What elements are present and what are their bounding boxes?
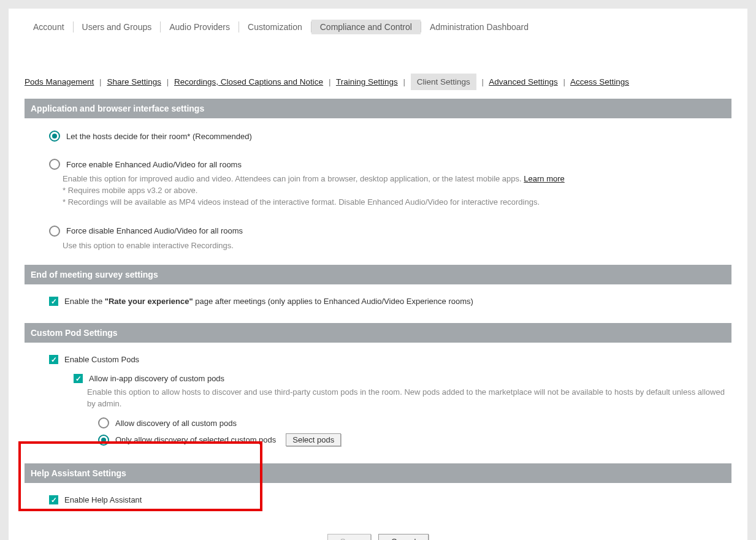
select-pods-button[interactable]: Select pods <box>286 433 341 446</box>
option-allow-discovery: Allow in-app discovery of custom pods <box>74 374 725 383</box>
topnav-customization[interactable]: Customization <box>239 20 311 34</box>
page-container: Account Users and Groups Audio Providers… <box>9 9 747 540</box>
radio-allow-all[interactable] <box>98 417 109 428</box>
option-enable-custom-pods: Enable Custom Pods <box>49 355 725 364</box>
desc-force-enable: Enable this option for improved audio an… <box>63 173 725 208</box>
survey-suffix: page after meetings (only applies to Enh… <box>195 297 473 306</box>
top-nav: Account Users and Groups Audio Providers… <box>25 15 731 43</box>
survey-bold: "Rate your experience" <box>105 297 193 306</box>
label-allow-all: Allow discovery of all custom pods <box>115 419 237 428</box>
desc-force-enable-line1: Enable this option for improved audio an… <box>63 174 524 183</box>
desc-force-enable-line3: * Recordings will be available as MP4 vi… <box>63 197 540 207</box>
label-enable-custom-pods: Enable Custom Pods <box>64 355 139 364</box>
label-allow-discovery: Allow in-app discovery of custom pods <box>89 374 224 383</box>
checkbox-enable-survey[interactable] <box>49 297 58 306</box>
option-enable-help: Enable Help Assistant <box>49 495 725 504</box>
sub-nav: Pods Management | Share Settings | Recor… <box>25 74 731 90</box>
desc-force-disable: Use this option to enable interactive Re… <box>63 240 725 252</box>
subnav-advanced-settings[interactable]: Advanced Settings <box>489 77 558 86</box>
option-only-selected: Only allow discovery of selected custom … <box>98 433 725 446</box>
option-force-disable: Force disable Enhanced Audio/Video for a… <box>49 226 725 237</box>
topnav-admin-dashboard[interactable]: Administration Dashboard <box>421 20 537 34</box>
section-body-app-browser: Let the hosts decide for their room* (Re… <box>25 118 731 261</box>
section-body-survey: Enable the "Rate your experience" page a… <box>25 284 731 319</box>
option-enable-survey: Enable the "Rate your experience" page a… <box>49 297 725 306</box>
subnav-access-settings[interactable]: Access Settings <box>570 77 629 86</box>
label-only-selected: Only allow discovery of selected custom … <box>115 435 276 444</box>
cancel-button[interactable]: Cancel <box>378 534 429 540</box>
section-header-help: Help Assistant Settings <box>25 463 731 483</box>
topnav-account[interactable]: Account <box>25 20 73 34</box>
button-row: Save Cancel <box>25 534 731 540</box>
option-force-enable: Force enable Enhanced Audio/Video for al… <box>49 159 725 170</box>
subnav-divider: | <box>563 77 565 86</box>
option-host-decide: Let the hosts decide for their room* (Re… <box>49 131 725 142</box>
radio-host-decide[interactable] <box>49 131 60 142</box>
checkbox-enable-custom-pods[interactable] <box>49 355 58 364</box>
radio-only-selected[interactable] <box>98 435 109 446</box>
subnav-divider: | <box>99 77 102 86</box>
subnav-divider: | <box>167 77 169 86</box>
subnav-client-settings[interactable]: Client Settings <box>411 74 476 90</box>
label-host-decide: Let the hosts decide for their room* (Re… <box>66 132 252 141</box>
option-allow-all: Allow discovery of all custom pods <box>98 417 725 428</box>
radio-force-enable[interactable] <box>49 159 60 170</box>
label-force-enable: Force enable Enhanced Audio/Video for al… <box>66 160 242 169</box>
topnav-audio-providers[interactable]: Audio Providers <box>161 20 239 34</box>
subnav-divider: | <box>403 77 406 86</box>
survey-prefix: Enable the <box>64 297 105 306</box>
section-header-app-browser: Application and browser interface settin… <box>25 99 731 118</box>
subnav-divider: | <box>329 77 331 86</box>
label-enable-help: Enable Help Assistant <box>64 495 142 504</box>
section-body-help: Enable Help Assistant <box>25 483 731 518</box>
subnav-share-settings[interactable]: Share Settings <box>107 77 161 86</box>
section-body-custom-pod: Enable Custom Pods Allow in-app discover… <box>25 343 731 460</box>
learn-more-link[interactable]: Learn more <box>524 174 564 183</box>
topnav-users-groups[interactable]: Users and Groups <box>74 20 161 34</box>
label-enable-survey: Enable the "Rate your experience" page a… <box>64 297 473 306</box>
desc-force-enable-line2: * Requires mobile apps v3.2 or above. <box>63 186 197 195</box>
radio-force-disable[interactable] <box>49 226 60 237</box>
topnav-compliance-control[interactable]: Compliance and Control <box>311 20 421 34</box>
subnav-recordings-cc-notice[interactable]: Recordings, Closed Captions and Notice <box>174 77 323 86</box>
section-header-survey: End of meeting survey settings <box>25 265 731 284</box>
desc-allow-discovery: Enable this option to allow hosts to dis… <box>87 387 725 410</box>
label-force-disable: Force disable Enhanced Audio/Video for a… <box>66 226 243 235</box>
subnav-training-settings[interactable]: Training Settings <box>336 77 398 86</box>
checkbox-enable-help[interactable] <box>49 495 58 504</box>
checkbox-allow-discovery[interactable] <box>74 374 83 383</box>
save-button[interactable]: Save <box>327 534 372 540</box>
subnav-divider: | <box>482 77 484 86</box>
section-header-custom-pod: Custom Pod Settings <box>25 323 731 343</box>
subnav-pods-management[interactable]: Pods Management <box>25 77 94 86</box>
